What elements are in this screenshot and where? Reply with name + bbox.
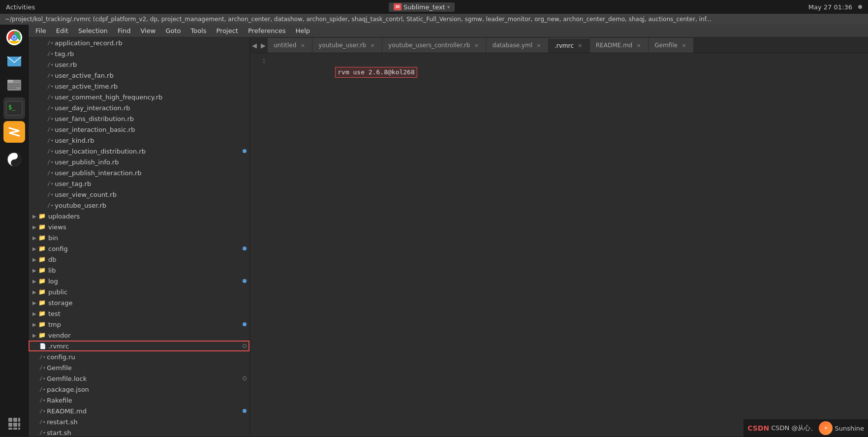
- menu-help[interactable]: Help: [291, 26, 314, 35]
- sidebar-item-label: Gemfile: [47, 364, 249, 372]
- line-numbers: 1: [250, 57, 270, 433]
- sidebar-item[interactable]: ▶📁storage: [29, 297, 249, 308]
- sidebar-item[interactable]: /• user_view_count.rb: [29, 189, 249, 200]
- tab-youtube_user_rb[interactable]: youtube_user.rb×: [312, 38, 382, 53]
- sidebar-item[interactable]: ▶📁config: [29, 243, 249, 254]
- tab-close-button[interactable]: ×: [577, 42, 584, 49]
- menu-selection[interactable]: Selection: [74, 26, 112, 35]
- tab-untitled[interactable]: untitled×: [268, 38, 312, 53]
- sidebar-item-label: vendor: [48, 332, 249, 339]
- apps-dock-icon[interactable]: [3, 413, 25, 435]
- sidebar-item[interactable]: ▶📁test: [29, 308, 249, 319]
- sidebar-item[interactable]: ▶📁lib: [29, 265, 249, 276]
- modified-dot: [243, 409, 247, 413]
- dropdown-arrow[interactable]: ▾: [447, 4, 450, 10]
- sidebar-item[interactable]: ▶📁vendor: [29, 330, 249, 341]
- sidebar-item[interactable]: /• config.ru: [29, 351, 249, 362]
- sublime-dock-icon[interactable]: [3, 121, 25, 143]
- tab-close-button[interactable]: ×: [473, 42, 480, 49]
- folder-arrow-icon: ▶: [32, 257, 37, 262]
- code-area[interactable]: rvm use 2.6.8@kol268: [270, 57, 868, 433]
- sidebar-item[interactable]: /• package.json: [29, 384, 249, 395]
- menu-project[interactable]: Project: [212, 26, 242, 35]
- mail-dock-icon[interactable]: [3, 50, 25, 72]
- sidebar-item[interactable]: /• user_publish_interaction.rb: [29, 167, 249, 178]
- sidebar-item-label: user_active_time.rb: [55, 83, 249, 90]
- editor-content[interactable]: 1 rvm use 2.6.8@kol268: [250, 53, 868, 437]
- file-type-prefix: /•: [39, 375, 46, 382]
- tab-close-button[interactable]: ×: [635, 42, 642, 49]
- sidebar-item[interactable]: /• tag.rb: [29, 48, 249, 59]
- sidebar-item[interactable]: /• user_day_interaction.rb: [29, 102, 249, 113]
- sidebar-item-label: log: [48, 278, 243, 285]
- sidebar-item[interactable]: /• user_kind.rb: [29, 135, 249, 146]
- untracked-dot: [243, 344, 247, 348]
- sidebar-item[interactable]: /• user_location_distribution.rb: [29, 146, 249, 156]
- terminal-dock-icon[interactable]: $_: [3, 97, 25, 119]
- tab-close-button[interactable]: ×: [299, 42, 306, 49]
- tab-close-button[interactable]: ×: [535, 42, 542, 49]
- menu-file[interactable]: File: [31, 26, 50, 35]
- sidebar-item[interactable]: /• application_record.rb: [29, 37, 249, 48]
- sidebar-item[interactable]: ▶📁uploaders: [29, 211, 249, 221]
- sidebar-item[interactable]: ▶📁db: [29, 254, 249, 265]
- sidebar-item[interactable]: /• user_interaction_basic.rb: [29, 124, 249, 135]
- sidebar-item[interactable]: ▶📁log: [29, 276, 249, 286]
- sidebar-item[interactable]: ▶📁bin: [29, 232, 249, 243]
- sunshine-avatar: ☀: [819, 421, 833, 435]
- sidebar-item[interactable]: /• user_fans_distribution.rb: [29, 113, 249, 124]
- menu-goto[interactable]: Goto: [161, 26, 185, 35]
- modified-dot: [243, 279, 247, 283]
- sidebar-item-label: README.md: [47, 407, 243, 415]
- tab-close-button[interactable]: ×: [369, 42, 376, 49]
- sidebar-item[interactable]: ▶📁views: [29, 221, 249, 232]
- tab-README_md[interactable]: README.md×: [590, 38, 649, 53]
- menu-tools[interactable]: Tools: [186, 26, 210, 35]
- sidebar-item[interactable]: 📄.rvmrc: [29, 341, 249, 351]
- svg-rect-25: [18, 423, 20, 427]
- settings-dock-icon[interactable]: [3, 149, 25, 170]
- file-type-prefix: /•: [39, 354, 46, 360]
- svg-rect-1: [396, 6, 400, 7]
- sidebar-item-label: views: [48, 223, 249, 231]
- folder-icon: 📁: [38, 267, 46, 274]
- tab-youtube_users_controller_rb[interactable]: youtube_users_controller.rb×: [382, 38, 486, 53]
- sidebar-item[interactable]: /• youtube_user.rb: [29, 200, 249, 211]
- sidebar-item-label: user_location_distribution.rb: [55, 148, 243, 155]
- sidebar-item[interactable]: /• user_comment_high_frequency.rb: [29, 92, 249, 102]
- sidebar-item[interactable]: /• restart.sh: [29, 416, 249, 427]
- menu-view[interactable]: View: [137, 26, 160, 35]
- chrome-dock-icon[interactable]: [3, 27, 25, 48]
- tab-prev-button[interactable]: ◀: [250, 38, 259, 53]
- sidebar-item-label: user_publish_info.rb: [55, 158, 249, 166]
- sidebar-item[interactable]: /• start.sh: [29, 427, 249, 437]
- activities-label[interactable]: Activities: [6, 3, 35, 11]
- sidebar-item[interactable]: /• user_publish_info.rb: [29, 156, 249, 167]
- file-type-prefix: /•: [47, 126, 54, 133]
- tab-database_yml[interactable]: database.yml×: [486, 38, 549, 53]
- menu-preferences[interactable]: Preferences: [244, 26, 289, 35]
- app-tab[interactable]: Sublime_text ▾: [389, 2, 455, 12]
- tab-next-button[interactable]: ▶: [259, 38, 268, 53]
- sidebar-item[interactable]: /• Rakefile: [29, 395, 249, 406]
- sidebar-item[interactable]: ▶📁public: [29, 286, 249, 297]
- sidebar-item-label: youtube_user.rb: [55, 202, 249, 209]
- tab-Gemfile[interactable]: Gemfile×: [649, 38, 694, 53]
- sidebar-item[interactable]: /• Gemfile: [29, 362, 249, 373]
- sidebar-item[interactable]: ▶📁tmp: [29, 319, 249, 330]
- menu-edit[interactable]: Edit: [52, 26, 72, 35]
- folder-icon: 📁: [38, 321, 46, 328]
- sidebar-item[interactable]: /• user_active_time.rb: [29, 81, 249, 92]
- sidebar-item[interactable]: /• user.rb: [29, 59, 249, 70]
- sidebar-item[interactable]: /• Gemfile.lock: [29, 373, 249, 384]
- tab-_rvmrc[interactable]: .rvmrc×: [549, 38, 590, 53]
- menu-find[interactable]: Find: [114, 26, 135, 35]
- sidebar-item[interactable]: /• README.md: [29, 406, 249, 416]
- files-dock-icon[interactable]: [3, 74, 25, 95]
- tab-close-button[interactable]: ×: [681, 42, 687, 49]
- sidebar-item-label: user_tag.rb: [55, 180, 249, 187]
- sidebar-item[interactable]: /• user_tag.rb: [29, 178, 249, 189]
- sidebar-item-label: user_day_interaction.rb: [55, 104, 249, 112]
- sidebar: /• application_record.rb/• tag.rb/• user…: [29, 37, 250, 437]
- sidebar-item[interactable]: /• user_active_fan.rb: [29, 70, 249, 81]
